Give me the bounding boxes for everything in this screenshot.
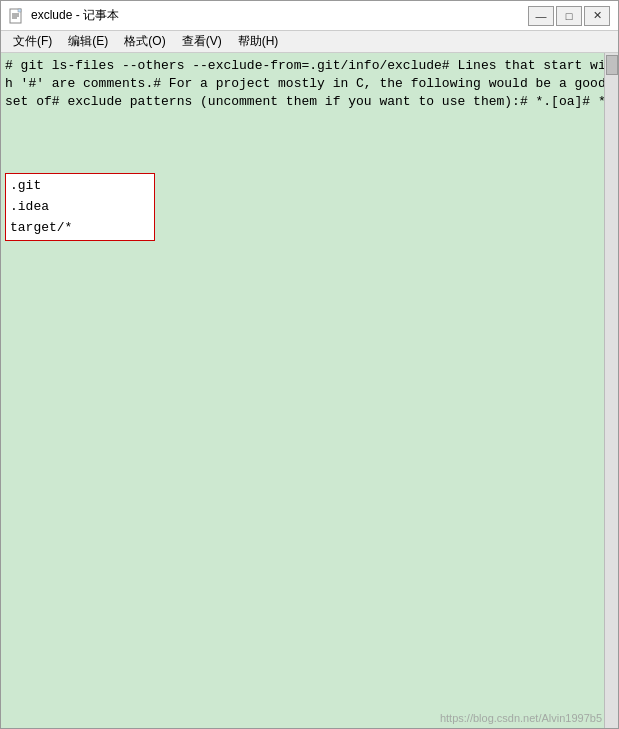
main-text-content[interactable]: # git ls-files --others --exclude-from=.…: [5, 57, 614, 112]
watermark: https://blog.csdn.net/Alvin1997b5: [440, 712, 602, 724]
svg-rect-1: [18, 9, 21, 12]
content-area[interactable]: # git ls-files --others --exclude-from=.…: [1, 53, 618, 728]
autocomplete-dropdown[interactable]: .git .idea target/*: [5, 173, 155, 241]
window-title: exclude - 记事本: [31, 7, 528, 24]
autocomplete-item-git[interactable]: .git: [10, 176, 150, 197]
title-bar: exclude - 记事本 — □ ✕: [1, 1, 618, 31]
main-window: exclude - 记事本 — □ ✕ 文件(F) 编辑(E) 格式(O) 查看…: [0, 0, 619, 729]
menu-file[interactable]: 文件(F): [5, 31, 60, 52]
close-button[interactable]: ✕: [584, 6, 610, 26]
minimize-button[interactable]: —: [528, 6, 554, 26]
menu-edit[interactable]: 编辑(E): [60, 31, 116, 52]
menu-help[interactable]: 帮助(H): [230, 31, 287, 52]
autocomplete-item-target[interactable]: target/*: [10, 218, 150, 239]
vertical-scrollbar[interactable]: [604, 53, 618, 728]
autocomplete-item-idea[interactable]: .idea: [10, 197, 150, 218]
menu-format[interactable]: 格式(O): [116, 31, 173, 52]
maximize-button[interactable]: □: [556, 6, 582, 26]
menu-bar: 文件(F) 编辑(E) 格式(O) 查看(V) 帮助(H): [1, 31, 618, 53]
app-icon: [9, 8, 25, 24]
menu-view[interactable]: 查看(V): [174, 31, 230, 52]
window-controls: — □ ✕: [528, 6, 610, 26]
scrollbar-thumb[interactable]: [606, 55, 618, 75]
